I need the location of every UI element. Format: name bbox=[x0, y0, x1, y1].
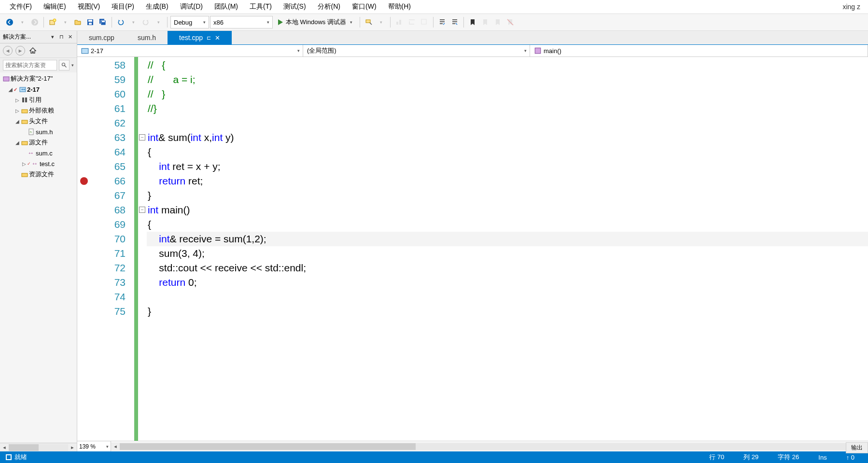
solution-tree: 解决方案"2-17" ◢ ✓ ++ 2-17 ▷ 引用 ▷ 外部依赖 ◢ bbox=[0, 72, 77, 443]
menu-bar: 文件(F)编辑(E)视图(V)项目(P)生成(B)调试(D)团队(M)工具(T)… bbox=[0, 0, 868, 14]
new-project-button[interactable] bbox=[47, 16, 58, 28]
config-dropdown[interactable]: Debug▾ bbox=[170, 16, 209, 28]
search-button[interactable] bbox=[59, 60, 70, 70]
menu-item[interactable]: 项目(P) bbox=[106, 0, 140, 13]
start-debug-button[interactable]: 本地 Windows 调试器 ▾ bbox=[274, 16, 357, 28]
save-button[interactable] bbox=[84, 16, 96, 28]
bookmark-prev-button[interactable] bbox=[479, 16, 491, 28]
code-editor[interactable]: 585960616263646566676869707172737475 −− … bbox=[77, 57, 868, 441]
bookmark-button[interactable] bbox=[467, 16, 478, 28]
code-line[interactable]: int& sum(int x,int y) bbox=[147, 130, 868, 145]
code-line[interactable]: std::cout << receive << std::endl; bbox=[147, 261, 868, 275]
code-line[interactable]: // } bbox=[147, 87, 868, 101]
code-line[interactable]: { bbox=[147, 217, 868, 232]
menu-item[interactable]: 团队(M) bbox=[209, 0, 244, 13]
menu-item[interactable]: 编辑(E) bbox=[38, 0, 72, 13]
step-out-button[interactable] bbox=[419, 16, 430, 28]
file-tab[interactable]: sum.h bbox=[126, 31, 168, 44]
bookmark-clear-button[interactable] bbox=[504, 16, 516, 28]
menu-item[interactable]: 工具(T) bbox=[244, 0, 278, 13]
project-scope-dropdown[interactable]: 2-17▾ bbox=[77, 45, 303, 56]
save-all-button[interactable] bbox=[97, 16, 109, 28]
undo-button[interactable] bbox=[115, 16, 126, 28]
panel-toolbar: ◄ ► bbox=[0, 43, 77, 58]
code-line[interactable]: return ret; bbox=[147, 174, 868, 188]
menu-item[interactable]: 测试(S) bbox=[278, 0, 312, 13]
menu-item[interactable]: 窗口(W) bbox=[346, 0, 382, 13]
project-node[interactable]: ◢ ✓ ++ 2-17 bbox=[0, 84, 77, 95]
code-line[interactable]: } bbox=[147, 188, 868, 203]
step-into-button[interactable] bbox=[393, 16, 405, 28]
solution-node[interactable]: 解决方案"2-17" bbox=[0, 73, 77, 84]
undo-dropdown[interactable]: ▾ bbox=[127, 16, 139, 28]
references-node[interactable]: ▷ 引用 bbox=[0, 95, 77, 105]
code-line[interactable]: int& receive = sum(1,2); bbox=[147, 232, 868, 246]
menu-item[interactable]: 帮助(H) bbox=[382, 0, 417, 13]
code-line[interactable]: // a = i; bbox=[147, 72, 868, 87]
svg-rect-10 bbox=[366, 20, 370, 23]
resources-folder-node[interactable]: 资源文件 bbox=[0, 169, 77, 180]
source-file-node[interactable]: ▷ ✓ ++ test.c bbox=[0, 158, 77, 169]
comment-button[interactable] bbox=[436, 16, 448, 28]
editor-hscroll[interactable]: ◄► bbox=[111, 442, 868, 451]
platform-dropdown[interactable]: x86▾ bbox=[210, 16, 273, 28]
open-file-button[interactable] bbox=[72, 16, 84, 28]
zoom-dropdown[interactable]: 139 %▾ bbox=[77, 441, 111, 451]
code-line[interactable]: return 0; bbox=[147, 275, 868, 290]
status-publish[interactable]: ↑ 0 bbox=[837, 454, 864, 461]
user-label[interactable]: xing z bbox=[839, 1, 864, 13]
bookmark-next-button[interactable] bbox=[492, 16, 504, 28]
svg-rect-24 bbox=[22, 141, 28, 145]
fold-toggle[interactable]: − bbox=[139, 207, 145, 213]
fold-toggle[interactable]: − bbox=[139, 134, 145, 140]
search-input[interactable] bbox=[3, 60, 57, 70]
status-ready: 就绪 bbox=[4, 453, 37, 462]
redo-button[interactable] bbox=[140, 16, 152, 28]
output-tab[interactable]: 输出 bbox=[846, 442, 868, 451]
code-line[interactable]: { bbox=[147, 145, 868, 159]
headers-folder-node[interactable]: ◢ 头文件 bbox=[0, 116, 77, 126]
function-scope-dropdown[interactable]: main() bbox=[530, 45, 868, 56]
menu-item[interactable]: 视图(V) bbox=[72, 0, 106, 13]
external-deps-node[interactable]: ▷ 外部依赖 bbox=[0, 105, 77, 116]
search-dropdown[interactable]: ▾ bbox=[71, 63, 74, 68]
menu-item[interactable]: 分析(N) bbox=[312, 0, 346, 13]
code-line[interactable]: int main() bbox=[147, 203, 868, 217]
file-tab-active[interactable]: test.cpp ⊏ ✕ bbox=[168, 31, 232, 44]
class-scope-dropdown[interactable]: (全局范围)▾ bbox=[303, 45, 530, 56]
find-dropdown[interactable]: ▾ bbox=[376, 16, 387, 28]
find-button[interactable] bbox=[363, 16, 375, 28]
source-file-node[interactable]: ++ sum.c bbox=[0, 148, 77, 158]
code-line[interactable]: } bbox=[147, 304, 868, 319]
panel-dropdown-button[interactable]: ▾ bbox=[49, 33, 56, 41]
new-dropdown[interactable]: ▾ bbox=[59, 16, 71, 28]
sources-folder-node[interactable]: ◢ 源文件 bbox=[0, 137, 77, 148]
forward-button[interactable]: ► bbox=[15, 46, 25, 56]
close-icon[interactable]: ✕ bbox=[215, 34, 220, 42]
code-line[interactable]: // { bbox=[147, 58, 868, 72]
panel-hscroll[interactable]: ◄► bbox=[0, 443, 77, 451]
nav-back-button[interactable] bbox=[4, 16, 15, 28]
home-button[interactable] bbox=[28, 46, 38, 56]
panel-pin-button[interactable]: ⊓ bbox=[57, 33, 65, 41]
header-file-node[interactable]: h sum.h bbox=[0, 126, 77, 137]
redo-dropdown[interactable]: ▾ bbox=[153, 16, 164, 28]
pin-icon[interactable]: ⊏ bbox=[207, 35, 211, 41]
menu-item[interactable]: 文件(F) bbox=[4, 0, 38, 13]
code-line[interactable]: sum(3, 4); bbox=[147, 246, 868, 261]
code-line[interactable] bbox=[147, 290, 868, 304]
menu-item[interactable]: 调试(D) bbox=[174, 0, 209, 13]
menu-item[interactable]: 生成(B) bbox=[140, 0, 174, 13]
uncomment-button[interactable] bbox=[449, 16, 461, 28]
svg-rect-28 bbox=[82, 48, 88, 53]
code-line[interactable]: int ret = x + y; bbox=[147, 159, 868, 174]
file-tab[interactable]: sum.cpp bbox=[77, 31, 126, 44]
step-over-button[interactable] bbox=[406, 16, 418, 28]
status-line: 行 70 bbox=[700, 453, 734, 462]
code-line[interactable] bbox=[147, 116, 868, 130]
code-line[interactable]: //} bbox=[147, 101, 868, 116]
panel-close-button[interactable]: ✕ bbox=[66, 33, 74, 41]
breakpoint-icon[interactable] bbox=[80, 177, 88, 185]
nav-forward-button[interactable]: ▾ bbox=[16, 16, 28, 28]
back-button[interactable]: ◄ bbox=[3, 46, 13, 56]
